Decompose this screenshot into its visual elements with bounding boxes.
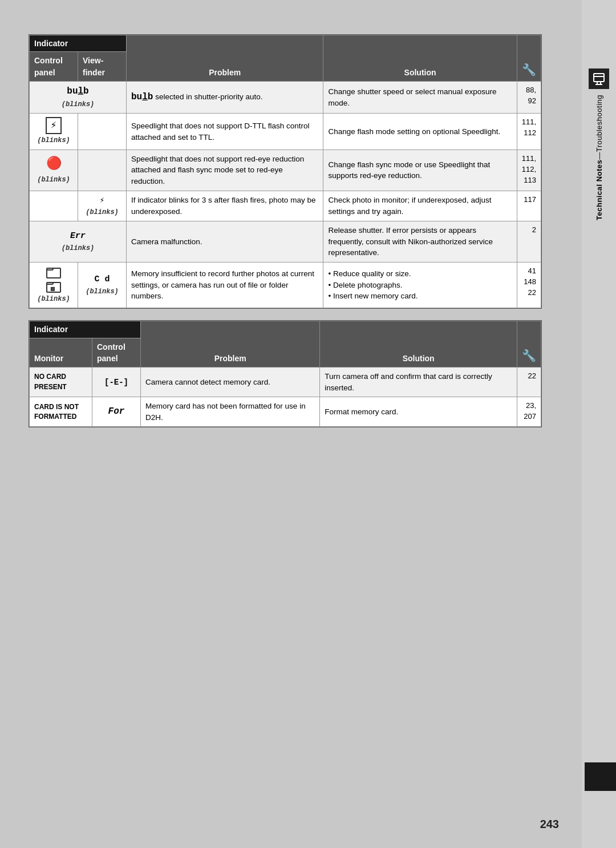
row3-solution: Change flash sync mode or use Speedlight… [323,150,517,191]
page-content: Indicator Problem Solution 🔧 Control pan… [29,34,570,802]
table2-indicator-header: Indicator [30,321,141,338]
table-row: Err (blinks) Camera malfunction. Release… [30,221,541,263]
row2-indicator-viewfinder [78,114,127,150]
row2-problem: Speedlight that does not support D-TTL f… [127,114,323,150]
row6-indicator-control: ▦ (blinks) [30,262,78,308]
row2-pages: 111,112 [517,114,541,150]
table2-problem-header: Problem [141,321,320,368]
row5-solution: Release shutter. If error persists or ap… [323,221,517,263]
row3-pages: 111,112,113 [517,150,541,191]
table2-monitor-header: Monitor [30,338,92,368]
row3-problem: Speedlight that does not support red-eye… [127,150,323,191]
table-row: ⚡ (blinks) If indicator blinks for 3 s a… [30,191,541,221]
row5-indicator: Err (blinks) [30,221,127,263]
row4-pages: 117 [517,191,541,221]
row1-pages: 88,92 [517,81,541,114]
row1-indicator: bulb (blinks) [30,81,127,114]
t2-row2-solution: Format memory card. [320,397,517,427]
table1-control-header: Control panel [30,52,78,82]
row4-solution: Check photo in monitor; if underexposed,… [323,191,517,221]
table2-solution-header: Solution [320,321,517,368]
t2-row1-monitor: NO CARDPRESENT [30,368,92,397]
t2-row2-monitor: CARD IS NOTFORMATTED [30,397,92,427]
svg-rect-3 [594,74,604,82]
side-black-block [585,762,616,791]
row3-indicator-control: 🔴 (blinks) [30,150,78,191]
table2-page-header: 🔧 [517,321,541,368]
row6-indicator-viewfinder: C d (blinks) [78,262,127,308]
t2-row1-pages: 22 [517,368,541,397]
table1-page-header: 🔧 [517,35,541,82]
page-number: 243 [540,818,559,831]
table-row: NO CARDPRESENT [-E-] Camera cannot detec… [30,368,541,397]
t2-row1-control: [-E-] [92,368,141,397]
row1-problem: bulb selected in shutter-priority auto. [127,81,323,114]
table1-solution-header: Solution [323,35,517,82]
table-row: ▦ (blinks) C d (blinks) Memory insuffici… [30,262,541,308]
row1-solution: Change shutter speed or select manual ex… [323,81,517,114]
tab-icon [589,68,609,89]
side-tab: Technical Notes—Troubleshooting [582,0,616,848]
table-row: CARD IS NOTFORMATTED For Memory card has… [30,397,541,427]
t2-row1-solution: Turn camera off and confirm that card is… [320,368,517,397]
table1-indicator-header: Indicator [30,35,127,52]
row3-indicator-viewfinder [78,150,127,191]
row6-problem: Memory insufficient to record further ph… [127,262,323,308]
table1: Indicator Problem Solution 🔧 Control pan… [29,34,542,309]
row5-pages: 2 [517,221,541,263]
t2-row2-pages: 23,207 [517,397,541,427]
row4-problem: If indicator blinks for 3 s after flash … [127,191,323,221]
table-row: 🔴 (blinks) Speedlight that does not supp… [30,150,541,191]
table2-control-header: Control panel [92,338,141,368]
table1-problem-header: Problem [127,35,323,82]
row4-indicator-viewfinder: ⚡ (blinks) [78,191,127,221]
t2-row1-problem: Camera cannot detect memory card. [141,368,320,397]
row6-pages: 4114822 [517,262,541,308]
side-tab-label: Technical Notes—Troubleshooting [595,95,603,220]
row5-problem: Camera malfunction. [127,221,323,263]
row2-solution: Change flash mode setting on optional Sp… [323,114,517,150]
row6-solution: Reduce quality or size. Delete photograp… [323,262,517,308]
table-row: ⚡ (blinks) Speedlight that does not supp… [30,114,541,150]
t2-row2-control: For [92,397,141,427]
table2: Indicator Problem Solution 🔧 Monitor Con… [29,320,542,427]
row2-indicator-control: ⚡ (blinks) [30,114,78,150]
table1-viewfinder-header: View-finder [78,52,127,82]
row4-indicator-control [30,191,78,221]
table-row: bulb (blinks) bulb selected in shutter-p… [30,81,541,114]
svg-text:▦: ▦ [50,286,55,292]
t2-row2-problem: Memory card has not been formatted for u… [141,397,320,427]
